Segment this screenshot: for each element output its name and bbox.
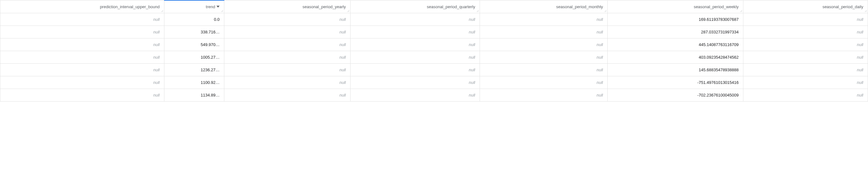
column-resize-handle[interactable] [864,9,867,12]
column-header-trend[interactable]: trend [164,0,224,13]
cell-seasonal_period_daily: null [743,76,868,89]
null-value: null [340,17,346,22]
cell-value: 1236.27… [201,68,220,72]
null-value: null [153,93,160,98]
column-header-seasonal_period_daily[interactable]: seasonal_period_daily [743,0,868,13]
table-row: null338.716…nullnullnull287.033273199733… [0,26,868,38]
null-value: null [153,55,160,60]
svg-line-12 [865,10,867,12]
svg-line-2 [221,10,223,12]
cell-seasonal_period_weekly: -702.23676100045009 [608,89,743,101]
cell-value: 169.61193783007687 [699,17,739,22]
cell-seasonal_period_weekly: 169.61193783007687 [608,13,743,26]
null-value: null [857,17,863,22]
null-value: null [469,55,475,60]
column-header-label: seasonal_period_quarterly [427,4,475,9]
data-table: prediction_interval_upper_boundtrendseas… [0,0,868,102]
null-value: null [340,80,346,85]
cell-seasonal_period_monthly: null [480,26,608,38]
cell-seasonal_period_quarterly: null [350,51,480,63]
cell-seasonal_period_weekly: 287.0332731997334 [608,26,743,38]
cell-seasonal_period_yearly: null [224,76,350,89]
column-header-seasonal_period_yearly[interactable]: seasonal_period_yearly [224,0,350,13]
cell-prediction_interval_upper_bound: null [0,76,164,89]
cell-seasonal_period_yearly: null [224,26,350,38]
cell-seasonal_period_daily: null [743,13,868,26]
column-header-label: seasonal_period_yearly [303,4,346,9]
null-value: null [597,30,603,34]
cell-value: 0.0 [214,17,220,22]
cell-trend: 1134.89… [164,89,224,101]
cell-trend: 338.716… [164,26,224,38]
null-value: null [857,30,863,34]
cell-value: 445.14087763116709 [699,42,739,47]
column-header-seasonal_period_weekly[interactable]: seasonal_period_weekly [608,0,743,13]
svg-line-3 [222,11,223,12]
null-value: null [857,42,863,47]
table-row: null549.970…nullnullnull445.140877631167… [0,38,868,51]
cell-seasonal_period_daily: null [743,63,868,76]
cell-trend: 1100.92… [164,76,224,89]
cell-value: 287.0332731997334 [701,30,739,34]
cell-value: 1134.89… [201,93,220,98]
svg-line-10 [740,10,742,12]
cell-seasonal_period_quarterly: null [350,76,480,89]
column-header-label: seasonal_period_weekly [694,4,739,9]
cell-trend: 1005.27… [164,51,224,63]
null-value: null [597,80,603,85]
null-value: null [469,42,475,47]
null-value: null [469,30,475,34]
cell-seasonal_period_monthly: null [480,51,608,63]
cell-trend: 0.0 [164,13,224,26]
cell-seasonal_period_daily: null [743,26,868,38]
null-value: null [340,93,346,98]
cell-seasonal_period_yearly: null [224,13,350,26]
null-value: null [597,17,603,22]
table-row: null1134.89…nullnullnull-702.23676100045… [0,89,868,101]
cell-prediction_interval_upper_bound: null [0,38,164,51]
cell-seasonal_period_quarterly: null [350,38,480,51]
null-value: null [340,68,346,72]
table-row: null0.0nullnullnull169.61193783007687nul… [0,13,868,26]
column-resize-handle[interactable] [603,9,607,12]
null-value: null [857,80,863,85]
column-resize-handle[interactable] [739,9,742,12]
cell-seasonal_period_daily: null [743,38,868,51]
column-resize-handle[interactable] [160,9,163,12]
null-value: null [469,93,475,98]
cell-seasonal_period_yearly: null [224,89,350,101]
column-header-prediction_interval_upper_bound[interactable]: prediction_interval_upper_bound [0,0,164,13]
null-value: null [857,68,863,72]
table-row: null1005.27…nullnullnull403.092354284745… [0,51,868,63]
svg-line-4 [347,10,349,12]
column-resize-handle[interactable] [220,9,223,12]
null-value: null [857,55,863,60]
svg-line-9 [606,11,607,12]
cell-trend: 549.970… [164,38,224,51]
null-value: null [340,30,346,34]
cell-seasonal_period_quarterly: null [350,13,480,26]
cell-value: -702.23676100045009 [697,93,739,98]
svg-line-8 [604,10,607,12]
cell-seasonal_period_monthly: null [480,89,608,101]
column-header-label: trend [206,4,215,9]
cell-seasonal_period_weekly: 445.14087763116709 [608,38,743,51]
table-row: null1100.92…nullnullnull-751.49761013015… [0,76,868,89]
cell-value: 403.09235428474562 [699,55,739,60]
svg-line-13 [866,11,867,12]
cell-seasonal_period_yearly: null [224,38,350,51]
cell-value: 338.716… [201,30,220,34]
null-value: null [153,68,160,72]
null-value: null [469,68,475,72]
column-resize-handle[interactable] [476,9,479,12]
column-header-seasonal_period_quarterly[interactable]: seasonal_period_quarterly [350,0,480,13]
cell-prediction_interval_upper_bound: null [0,51,164,63]
cell-prediction_interval_upper_bound: null [0,89,164,101]
null-value: null [597,55,603,60]
null-value: null [153,80,160,85]
column-resize-handle[interactable] [346,9,350,12]
cell-prediction_interval_upper_bound: null [0,63,164,76]
cell-seasonal_period_quarterly: null [350,26,480,38]
column-header-seasonal_period_monthly[interactable]: seasonal_period_monthly [480,0,608,13]
cell-seasonal_period_monthly: null [480,63,608,76]
